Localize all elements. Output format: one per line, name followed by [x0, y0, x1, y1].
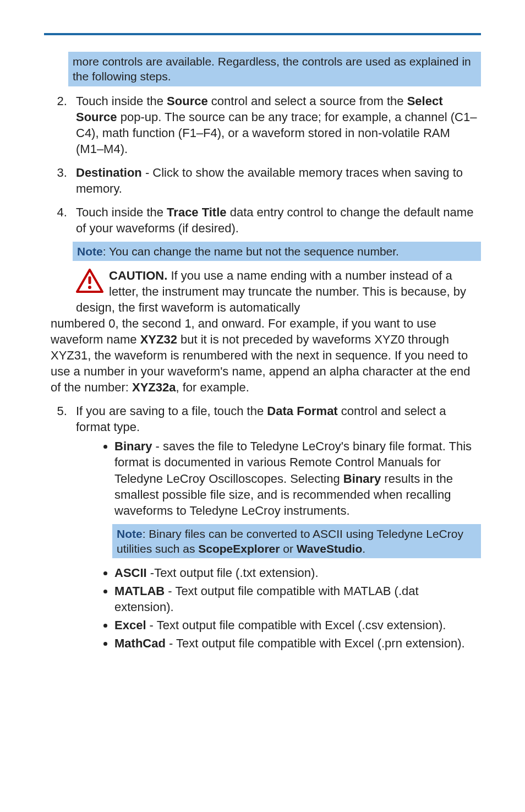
note-label: Note [117, 527, 143, 540]
text: pop-up. The source can be any trace; for… [76, 110, 477, 156]
step-3: Destination - Click to show the availabl… [70, 165, 481, 197]
data-format-label: Data Format [267, 404, 337, 418]
svg-rect-1 [89, 276, 91, 284]
note-sequence: Note: You can change the name but not th… [73, 242, 481, 261]
xyz32-label: XYZ32 [140, 333, 177, 346]
document-page: more controls are available. Regardless,… [0, 0, 525, 681]
excel-label: Excel [114, 618, 146, 632]
text: If you are saving to a file, touch the [76, 404, 267, 418]
mathcad-label: MathCad [114, 636, 166, 650]
text: - Text output file compatible with Excel… [146, 618, 446, 632]
source-label: Source [167, 94, 208, 108]
step-2: Touch inside the Source control and sele… [70, 93, 481, 157]
binary-bold: Binary [343, 472, 381, 486]
format-matlab: MATLAB - Text output file compatible wit… [114, 583, 481, 615]
text: Touch inside the [76, 205, 167, 219]
note-label: Note [77, 245, 103, 258]
note-text: . [362, 542, 365, 555]
step-4: Touch inside the Trace Title data entry … [70, 204, 481, 396]
warning-icon [76, 269, 103, 297]
trace-title-label: Trace Title [167, 205, 226, 219]
text: - Text output file compatible with Excel… [166, 636, 465, 650]
ascii-label: ASCII [114, 566, 147, 580]
svg-point-2 [88, 286, 91, 289]
matlab-label: MATLAB [114, 584, 165, 598]
step-5: If you are saving to a file, touch the D… [70, 403, 481, 651]
text: control and select a source from the [208, 94, 407, 108]
format-ascii: ASCII -Text output file (.txt extension)… [114, 565, 481, 581]
xyz32a-label: XYZ32a [132, 380, 176, 394]
format-binary: Binary - saves the file to Teledyne LeCr… [114, 438, 481, 558]
note-binary: Note: Binary files can be converted to A… [112, 524, 481, 559]
caution-label: CAUTION. [109, 269, 167, 282]
note-text: : You can change the name but not the se… [103, 245, 399, 258]
destination-label: Destination [76, 166, 142, 179]
format-excel: Excel - Text output file compatible with… [114, 617, 481, 633]
text: Touch inside the [76, 94, 167, 108]
note-text: more controls are available. Regardless,… [73, 55, 471, 83]
caution-text: , for example. [176, 380, 249, 394]
format-mathcad: MathCad - Text output file compatible wi… [114, 635, 481, 651]
steps-list: Touch inside the Source control and sele… [44, 93, 481, 652]
note-continuation: more controls are available. Regardless,… [68, 52, 481, 86]
format-list: Binary - saves the file to Teledyne LeCr… [76, 438, 481, 651]
wavestudio-label: WaveStudio [297, 542, 362, 555]
text: -Text output file (.txt extension). [147, 566, 319, 580]
header-rule [44, 33, 481, 35]
binary-label: Binary [114, 439, 152, 453]
caution-block: CAUTION. If you use a name ending with a… [51, 268, 481, 395]
scopeexplorer-label: ScopeExplorer [198, 542, 280, 555]
note-text: or [280, 542, 296, 555]
